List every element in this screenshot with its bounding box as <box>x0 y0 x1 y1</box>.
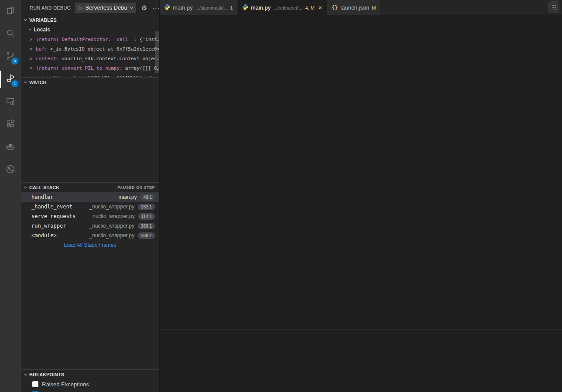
stack-frame[interactable]: handlermain.py49:1 <box>21 192 159 202</box>
variable-value: array([[[ 6… <box>125 65 159 71</box>
tab-label: launch.json <box>340 4 369 11</box>
watch-section: WATCH <box>21 77 159 182</box>
activity-remote-explorer-icon[interactable] <box>0 91 21 113</box>
frame-position-badge: 262:1 <box>138 204 155 210</box>
paused-status: PAUSED ON STEP <box>117 183 155 192</box>
variable-name: (return) DefaultPredictor.__call__: <box>36 37 137 42</box>
breakpoints-section: BREAKPOINTS Raised Exceptions✓Uncaught E… <box>21 369 159 392</box>
variable-row[interactable]: >(return) DefaultPredictor.__call__:{'in… <box>21 34 159 44</box>
debug-toolbar <box>548 1 559 13</box>
activity-docker-icon[interactable] <box>0 136 21 159</box>
vscode-window: 81 RUN AND DEBUG ▷ Serverless Debu ⚙ ···… <box>0 0 562 392</box>
tab-label: main.py <box>173 4 193 11</box>
python-icon <box>242 4 248 12</box>
run-and-debug-sidebar: RUN AND DEBUG ▷ Serverless Debu ⚙ ··· VA… <box>21 0 159 392</box>
gear-icon[interactable]: ⚙ <box>141 4 147 12</box>
stack-frame[interactable]: serve_requests_nuclio_wrapper.py114:1 <box>21 211 159 221</box>
variable-row[interactable]: >(return) convert_PIL_to_numpy:array([[[… <box>21 63 159 73</box>
frame-function: <module> <box>31 232 86 239</box>
launch-config-dropdown[interactable]: ▷ Serverless Debu <box>75 3 136 13</box>
chevron-right-icon[interactable]: > <box>30 47 33 51</box>
start-debug-icon[interactable]: ▷ <box>79 5 82 10</box>
variable-name: context: <box>36 56 59 61</box>
chevron-down-icon <box>24 18 27 21</box>
breakpoint-label: Raised Exceptions <box>42 381 89 388</box>
frame-function: serve_requests <box>31 213 86 219</box>
frame-file: _nuclio_wrapper.py <box>89 213 134 219</box>
toolbar-drag-handle[interactable] <box>552 4 556 10</box>
variables-section: VARIABLES Locals >(return) DefaultPredic… <box>21 15 159 77</box>
activity-source-control-icon[interactable]: 8 <box>0 45 21 68</box>
breakpoints-header[interactable]: BREAKPOINTS <box>21 370 159 379</box>
chevron-right-icon[interactable]: > <box>30 56 33 61</box>
chevron-down-icon <box>24 372 27 375</box>
frame-position-badge: 366:1 <box>138 232 155 239</box>
variable-value: <nuclio_sdk.context.Context objec… <box>62 56 159 61</box>
breakpoint-row[interactable]: ✓Uncaught Exceptions <box>21 389 159 392</box>
explorer-icon <box>5 5 16 17</box>
editor-tab-bar: main.py.../siammask/...1main.py.../retin… <box>160 0 562 15</box>
git-graph-icon <box>5 164 16 176</box>
chevron-down-icon <box>129 5 133 9</box>
checkbox-unchecked[interactable] <box>32 381 38 387</box>
stack-frame[interactable]: <module>_nuclio_wrapper.py366:1 <box>21 231 159 240</box>
chevron-down-icon <box>24 80 27 83</box>
tab-description: .../siammask/... <box>195 5 228 10</box>
tab-modified-badge: M <box>372 5 376 10</box>
activity-bar: 81 <box>0 0 21 392</box>
chevron-right-icon[interactable]: > <box>30 66 33 71</box>
extensions-icon <box>5 119 16 131</box>
code-editor[interactable] <box>160 23 562 329</box>
activity-git-graph-icon[interactable] <box>0 159 21 181</box>
breakpoint-label: Uncaught Exceptions <box>42 391 96 392</box>
variable-row[interactable]: >data:{'image': 'iVBORw0KGgoAAAANSUhE… 5… <box>21 73 159 77</box>
close-icon[interactable]: ✕ <box>318 5 322 11</box>
tab-main-py[interactable]: main.py.../siammask/...1 <box>160 0 238 15</box>
variable-value: <_io.BytesIO object at 0x7f5a2dc1ecc0> <box>50 46 160 52</box>
breakpoint-row[interactable]: Raised Exceptions <box>21 379 159 389</box>
more-actions-icon[interactable]: ··· <box>152 4 159 11</box>
activity-run-and-debug-icon[interactable]: 1 <box>0 68 21 91</box>
variable-row[interactable]: >context:<nuclio_sdk.context.Context obj… <box>21 54 159 63</box>
load-all-stack-frames-link[interactable]: Load All Stack Frames <box>21 240 159 250</box>
tab-launch-json[interactable]: {}launch.jsonM <box>327 0 380 15</box>
editor-group: main.py.../siammask/...1main.py.../retin… <box>159 0 562 392</box>
activity-explorer-icon[interactable] <box>0 0 21 23</box>
chevron-right-icon[interactable]: > <box>30 37 33 42</box>
watch-header[interactable]: WATCH <box>21 78 159 87</box>
stack-frame[interactable]: run_wrapper_nuclio_wrapper.py360:1 <box>21 221 159 231</box>
frame-position-badge: 49:1 <box>140 194 155 201</box>
frame-file: _nuclio_wrapper.py <box>89 204 134 210</box>
bottom-panel <box>160 329 562 392</box>
search-icon <box>5 28 16 40</box>
tab-main-py[interactable]: main.py.../retinanet/...4, M✕ <box>238 0 327 15</box>
variable-name: buf: <box>36 46 48 52</box>
frame-function: run_wrapper <box>31 223 86 229</box>
breadcrumb <box>160 15 562 23</box>
chevron-down-icon <box>28 27 31 31</box>
call-stack-header[interactable]: CALL STACK PAUSED ON STEP <box>21 183 159 192</box>
launch-config-label: Serverless Debu <box>86 4 127 11</box>
activity-badge: 1 <box>11 80 18 87</box>
locals-scope[interactable]: Locals <box>21 25 159 34</box>
tab-description: .../retinanet/... <box>273 5 302 10</box>
stack-frame[interactable]: _handle_event_nuclio_wrapper.py262:1 <box>21 202 159 211</box>
panel-tab-bar <box>160 330 562 343</box>
frame-file: _nuclio_wrapper.py <box>89 232 134 239</box>
call-stack-section: CALL STACK PAUSED ON STEP handlermain.py… <box>21 182 159 369</box>
activity-extensions-icon[interactable] <box>0 113 21 136</box>
tab-modified-badge: 4, M <box>305 5 314 10</box>
variable-row[interactable]: >buf:<_io.BytesIO object at 0x7f5a2dc1ec… <box>21 44 159 54</box>
variables-header[interactable]: VARIABLES <box>21 15 159 25</box>
frame-position-badge: 360:1 <box>138 223 155 229</box>
frame-file: _nuclio_wrapper.py <box>89 223 134 229</box>
frame-file: main.py <box>119 194 137 200</box>
tab-modified-badge: 1 <box>230 5 233 10</box>
python-icon <box>164 4 170 12</box>
variables-scrollbar[interactable] <box>155 31 159 73</box>
variable-name: (return) convert_PIL_to_numpy: <box>36 65 123 71</box>
activity-search-icon[interactable] <box>0 23 21 45</box>
frame-function: handler <box>31 194 115 200</box>
braces-icon: {} <box>332 5 338 11</box>
activity-badge: 8 <box>11 58 18 65</box>
